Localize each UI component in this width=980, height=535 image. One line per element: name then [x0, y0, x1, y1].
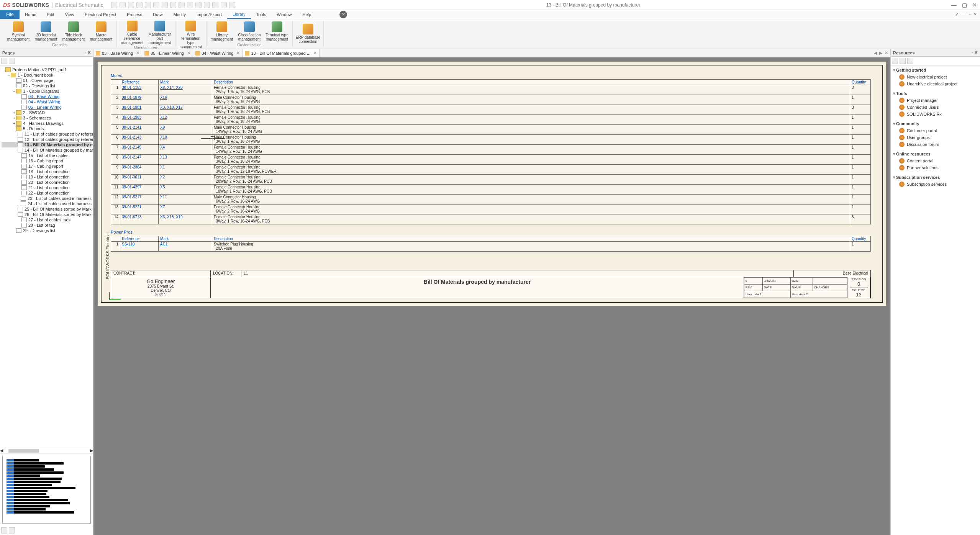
list-icon[interactable] — [900, 58, 906, 64]
resource-section-header[interactable]: Online resources — [893, 151, 978, 157]
bom-mark-link[interactable]: X11 — [160, 195, 167, 199]
bom-mark-link[interactable]: X13 — [160, 155, 167, 159]
tree-root[interactable]: −Proteus Motion V2 PR1_out1 — [2, 67, 92, 72]
bom-mark-link[interactable]: X8, X14, X20 — [160, 85, 183, 90]
resource-link[interactable]: Project manager — [893, 97, 978, 104]
resource-link[interactable]: Partner solutions — [893, 164, 978, 171]
ribbon-button[interactable]: Classification management — [236, 21, 262, 42]
bom-mark-link[interactable]: AC1 — [160, 242, 167, 246]
tree-node[interactable]: 14 - Bill Of Materials grouped by manufa… — [2, 147, 92, 153]
tree-node[interactable]: 27 - List of cables tags — [2, 217, 92, 223]
menu-item[interactable]: Process — [121, 10, 147, 19]
qat-btn[interactable] — [145, 2, 151, 8]
bom-ref-link[interactable]: 39-01-2384 — [122, 165, 141, 169]
tree-node[interactable]: 04 - Waist Wiring — [2, 99, 92, 105]
panel-pin-icon[interactable]: ▫ — [85, 50, 86, 55]
qat-btn[interactable] — [128, 2, 134, 8]
bom-ref-link[interactable]: 39-01-4297 — [122, 185, 141, 189]
tree-node[interactable]: −1 - Document book — [2, 72, 92, 78]
ribbon-collapse-icon[interactable]: ⤢ — [955, 12, 959, 17]
bom-ref-link[interactable]: 39-01-1979 — [122, 95, 141, 100]
menu-item[interactable]: View — [60, 10, 80, 19]
ribbon-button[interactable]: ERP database connection — [295, 21, 321, 46]
menu-item[interactable]: Import/Export — [191, 10, 227, 19]
bom-ref-link[interactable]: 39-01-1981 — [122, 105, 141, 110]
tree-node[interactable]: +4 - Harness Drawings — [2, 121, 92, 126]
tab-close-icon[interactable]: ✕ — [136, 51, 139, 56]
menu-item[interactable]: Window — [271, 10, 297, 19]
tree-node[interactable]: 03 - Base Wiring — [2, 94, 92, 99]
tab-close-icon[interactable]: ✕ — [313, 51, 317, 56]
globe-icon[interactable] — [907, 58, 913, 64]
bom-mark-link[interactable]: X12 — [160, 115, 167, 119]
resource-link[interactable]: Customer portal — [893, 127, 978, 134]
tool-icon[interactable] — [1, 527, 7, 533]
bom-mark-link[interactable]: X5 — [160, 185, 165, 189]
qat-btn[interactable] — [204, 2, 210, 8]
ribbon-button[interactable]: 2D footprint management — [33, 21, 59, 42]
bom-mark-link[interactable]: X4 — [160, 145, 165, 149]
tree-node[interactable]: 18 - List of connection — [2, 169, 92, 174]
ribbon-button[interactable]: Symbol management — [5, 21, 31, 42]
resource-link[interactable]: User groups — [893, 134, 978, 141]
tree-node[interactable]: 24 - List of cables used in harness — [2, 201, 92, 206]
qat-btn[interactable] — [170, 2, 176, 8]
qat-btn[interactable] — [195, 2, 202, 8]
drawing-canvas[interactable]: SOLIDWORKS Electrical Molex Reference Ma… — [93, 57, 890, 535]
mdi-restore-icon[interactable]: ▫ — [969, 12, 970, 17]
menu-item[interactable]: Library — [227, 10, 251, 19]
bom-mark-link[interactable]: X18 — [160, 135, 167, 139]
tab-prev-icon[interactable]: ◀ — [874, 51, 877, 56]
tree-node[interactable]: 26 - Bill Of Materials sorted by Mark us… — [2, 212, 92, 217]
ribbon-button[interactable]: Manufacturer part management — [147, 21, 173, 45]
tab-close-all-icon[interactable]: ✕ — [885, 51, 888, 56]
tree-node[interactable]: 11 - List of cables grouped by reference — [2, 131, 92, 137]
bom-ref-link[interactable]: 39-01-5217 — [122, 195, 141, 199]
document-tab[interactable]: 04 - Waist Wiring✕ — [193, 49, 243, 57]
tree-node[interactable]: −5 - Reports — [2, 126, 92, 131]
home-icon[interactable] — [892, 58, 898, 64]
close-bubble-button[interactable]: ✕ — [339, 11, 347, 18]
bom-ref-link[interactable]: 39-01-5221 — [122, 205, 141, 209]
document-tab[interactable]: 13 - Bill Of Materials grouped ...✕ — [243, 49, 320, 57]
tree-node[interactable]: 01 - Cover page — [2, 78, 92, 83]
tree-node[interactable]: 17 - Cabling report — [2, 164, 92, 169]
tree-hscroll[interactable]: ◀▶ — [0, 448, 93, 453]
bom-ref-link[interactable]: 39-01-1183 — [122, 85, 141, 90]
qat-btn[interactable] — [153, 2, 159, 8]
bom-ref-link[interactable]: 39-01-2147 — [122, 155, 141, 159]
qat-btn[interactable] — [179, 2, 185, 8]
bom-ref-link[interactable]: 39-01-2141 — [122, 125, 141, 129]
tree-collapse-icon[interactable] — [9, 58, 15, 64]
bom-mark-link[interactable]: X6, X15, X19 — [160, 215, 183, 219]
refresh-icon[interactable] — [9, 527, 15, 533]
qat-btn[interactable] — [212, 2, 218, 8]
qat-btn[interactable] — [111, 2, 117, 8]
resource-link[interactable]: Content portal — [893, 157, 978, 164]
resource-link[interactable]: New electrical project — [893, 74, 978, 80]
close-icon[interactable]: ✕ — [972, 2, 977, 8]
resource-link[interactable]: SOLIDWORKS Rx — [893, 111, 978, 118]
ribbon-button[interactable]: Terminal type management — [264, 21, 290, 42]
menu-item[interactable]: Tools — [251, 10, 272, 19]
bom-ref-link[interactable]: 39-01-2145 — [122, 145, 141, 149]
menu-item[interactable]: Help — [297, 10, 317, 19]
tree-node[interactable]: 29 - Drawings list — [2, 228, 92, 233]
tree-node[interactable]: 02 - Drawings list — [2, 83, 92, 88]
qat-btn[interactable] — [221, 2, 227, 8]
tree-node[interactable]: 28 - List of tag — [2, 223, 92, 228]
qat-btn[interactable] — [162, 2, 168, 8]
tab-close-icon[interactable]: ✕ — [236, 51, 240, 56]
panel-close-icon[interactable]: ✕ — [87, 50, 91, 55]
tree-node[interactable]: 13 - Bill Of Materials grouped by ma — [2, 142, 92, 147]
maximize-icon[interactable]: ▢ — [962, 2, 967, 8]
bom-ref-link[interactable]: 39-01-6713 — [122, 215, 141, 219]
ribbon-button[interactable]: Wire termination type management — [178, 21, 204, 49]
tree-node[interactable]: 15 - List of the cables — [2, 153, 92, 158]
bom-mark-link[interactable]: X3, X10, X17 — [160, 105, 183, 110]
bom-ref-link[interactable]: SS-110 — [122, 242, 134, 246]
menu-item[interactable]: Draw — [147, 10, 168, 19]
ribbon-button[interactable]: Title block management — [61, 21, 87, 42]
panel-close-icon[interactable]: ✕ — [974, 50, 978, 55]
tree-node[interactable]: +2 - SWCAD — [2, 110, 92, 115]
